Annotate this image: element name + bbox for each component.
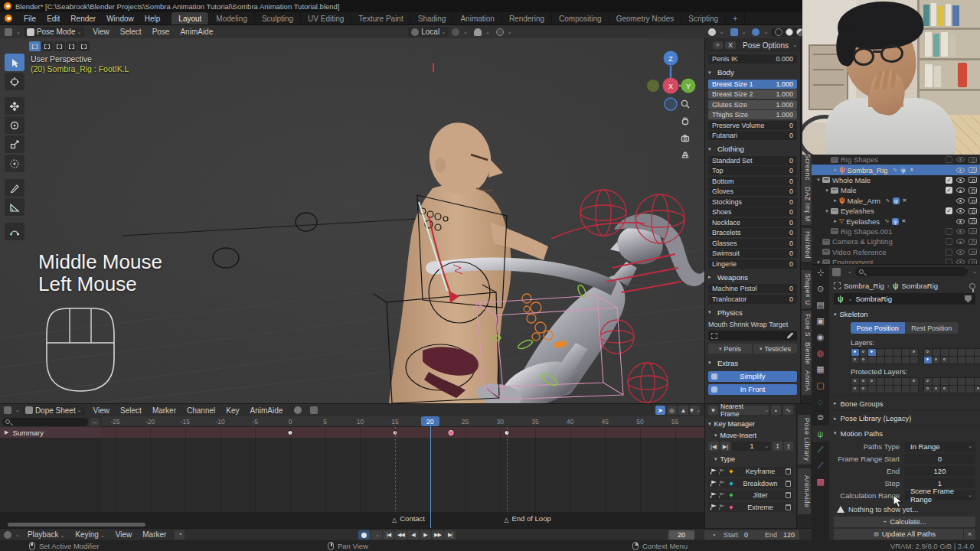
- workspace-tab-sculpting[interactable]: Sculpting: [255, 12, 301, 24]
- slider-stockings[interactable]: Stockings0: [708, 197, 797, 207]
- slider-glutes-size[interactable]: Glutes Size1.000: [708, 100, 797, 109]
- select-box-button[interactable]: [41, 41, 53, 51]
- layer-cell[interactable]: [975, 386, 980, 393]
- layer-cell[interactable]: [902, 386, 910, 393]
- layer-cell[interactable]: [949, 349, 957, 356]
- sidebar-tab-fuse-s[interactable]: Fuse S: [802, 311, 812, 340]
- menu-edit[interactable]: Edit: [41, 13, 65, 24]
- pin-icon[interactable]: [969, 283, 975, 289]
- solid-shading-button[interactable]: [786, 28, 793, 36]
- filter-funnel-icon[interactable]: ▼: [708, 406, 718, 415]
- dope-sheet-editor-icon[interactable]: [4, 406, 11, 414]
- layer-cell[interactable]: [902, 349, 910, 356]
- workspace-tab-uv-editing[interactable]: UV Editing: [301, 12, 351, 24]
- xray-toggle[interactable]: ⌄: [749, 28, 771, 37]
- key-manager-header[interactable]: ▾Key Manager: [708, 418, 793, 429]
- dope-tab-animaide[interactable]: AnimAide: [798, 468, 811, 514]
- timeline-menu-playback[interactable]: Playback⌄: [22, 529, 70, 540]
- start-frame-field[interactable]: 0: [744, 531, 748, 539]
- frame-range-end-field[interactable]: 120: [904, 466, 975, 476]
- layer-cell[interactable]: [958, 378, 965, 385]
- dope-menu-select[interactable]: Select: [115, 405, 147, 416]
- layer-cell[interactable]: [893, 349, 901, 356]
- section-weapons[interactable]: ▸Weapons: [708, 272, 797, 282]
- flag-icon[interactable]: [710, 481, 717, 487]
- exclude-checkbox[interactable]: [946, 228, 952, 235]
- proportional-icon[interactable]: ◎: [667, 406, 677, 415]
- layer-cell[interactable]: [966, 357, 974, 364]
- properties-tab-output[interactable]: ▤: [812, 297, 829, 313]
- hide-eye-icon[interactable]: [956, 178, 965, 183]
- trash-icon[interactable]: [786, 481, 791, 487]
- properties-search-input[interactable]: [855, 267, 968, 276]
- viewport-menu-pose[interactable]: Pose: [147, 26, 175, 37]
- key-type-keyframe[interactable]: Keyframe: [708, 467, 793, 477]
- key-type-extreme[interactable]: Extreme: [708, 502, 793, 512]
- workspace-tab-modeling[interactable]: Modeling: [209, 12, 255, 24]
- disable-render-icon[interactable]: [969, 208, 977, 214]
- animaide-warning-icon[interactable]: ▲: [678, 406, 688, 415]
- motion-paths-panel[interactable]: ▾Motion Paths: [829, 425, 980, 440]
- slider-machine-pistol[interactable]: Machine Pistol0: [708, 284, 797, 293]
- slider-breast-size-1[interactable]: Breast Size 11.000: [708, 80, 797, 89]
- ortho-grid-icon[interactable]: [677, 147, 694, 162]
- layer-cell[interactable]: [902, 378, 910, 385]
- marker-end-of-loop[interactable]: △End of Loop: [504, 514, 550, 523]
- layer-cell[interactable]: [958, 386, 965, 393]
- layer-cell[interactable]: [924, 357, 932, 364]
- slider-top[interactable]: Top0: [708, 166, 797, 175]
- menu-help[interactable]: Help: [139, 13, 166, 24]
- layer-cell[interactable]: [877, 357, 884, 364]
- timeline-menu-marker[interactable]: Marker: [137, 529, 172, 540]
- next-keyframe-button[interactable]: ▶▶: [432, 530, 443, 540]
- layer-cell[interactable]: [851, 349, 859, 356]
- workspace-tab-layout[interactable]: Layout: [172, 12, 209, 24]
- flag-icon[interactable]: [710, 468, 717, 474]
- outliner-row-sombra-rig[interactable]: ▸ψSombra_Rig∿ψ✕: [812, 165, 980, 174]
- slider-shoes[interactable]: Shoes0: [708, 207, 797, 217]
- sidebar-tab-anima[interactable]: AnimA: [802, 367, 812, 395]
- layer-cell[interactable]: [910, 378, 918, 385]
- exclude-checkbox[interactable]: [946, 238, 952, 245]
- slider-necklace[interactable]: Necklace0: [708, 218, 797, 227]
- transform-tool-button[interactable]: [5, 155, 24, 172]
- exclude-checkbox[interactable]: ✓: [946, 177, 952, 184]
- dot-icon[interactable]: •: [771, 406, 781, 415]
- measure-tool-button[interactable]: [5, 198, 24, 216]
- slider-preserve-volume[interactable]: Preserve Volume0: [708, 121, 797, 130]
- layer-cell[interactable]: [933, 378, 940, 385]
- properties-editor-icon[interactable]: [832, 268, 841, 276]
- flag-icon[interactable]: [710, 504, 717, 510]
- summary-channel[interactable]: ▶ Summary: [0, 427, 102, 438]
- snap-mode-dropdown[interactable]: Nearest Frame⌄: [720, 406, 769, 415]
- disable-render-icon[interactable]: [969, 218, 977, 224]
- sidebar-close-button[interactable]: X: [725, 41, 736, 49]
- disable-render-icon[interactable]: [969, 239, 977, 245]
- slider-glasses[interactable]: Glasses0: [708, 239, 797, 248]
- bone-groups-panel[interactable]: ▸Bone Groups: [829, 395, 980, 410]
- pose-breakdowner-tool-button[interactable]: [5, 223, 24, 240]
- layer-cell[interactable]: [877, 378, 884, 385]
- layer-cell[interactable]: [941, 386, 949, 393]
- layer-cell[interactable]: [933, 357, 940, 364]
- breadcrumb-data[interactable]: SombraRig: [902, 282, 939, 290]
- update-all-paths-button[interactable]: ◍Update All Paths ×: [834, 529, 975, 540]
- layer-cell[interactable]: [893, 386, 901, 393]
- select-paint-button[interactable]: [78, 41, 90, 51]
- outliner-row-male[interactable]: ▾Male✓: [812, 185, 980, 195]
- layers-grid-a[interactable]: [851, 348, 919, 364]
- section-clothing[interactable]: ▾Clothing: [708, 144, 797, 155]
- camera-view-icon[interactable]: [677, 130, 694, 145]
- layer-cell[interactable]: [924, 349, 932, 356]
- hide-eye-icon[interactable]: [956, 187, 965, 193]
- sidebar-tab-m[interactable]: M: [802, 213, 812, 225]
- disable-render-icon[interactable]: [969, 228, 977, 234]
- playhead-snap-icon[interactable]: ◔: [175, 530, 185, 540]
- scale-tool-button[interactable]: [5, 135, 24, 153]
- workspace-tab-shading[interactable]: Shading: [411, 12, 454, 24]
- current-frame-field[interactable]: 20: [668, 530, 694, 540]
- channel-search-input[interactable]: [2, 418, 88, 426]
- rotate-tool-button[interactable]: [5, 116, 24, 134]
- slider-gloves[interactable]: Gloves0: [708, 187, 797, 196]
- workspace-tab-animation[interactable]: Animation: [453, 12, 501, 24]
